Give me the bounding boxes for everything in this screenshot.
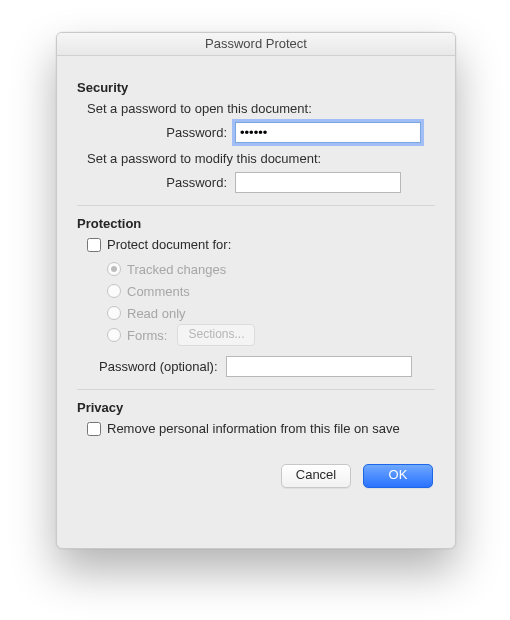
open-password-input[interactable] xyxy=(235,122,421,143)
protect-document-label: Protect document for: xyxy=(107,237,231,252)
divider xyxy=(77,389,435,390)
window-title: Password Protect xyxy=(57,33,455,56)
remove-pii-checkbox[interactable] xyxy=(87,422,101,436)
ok-button[interactable]: OK xyxy=(363,464,433,488)
protection-options: Tracked changes Comments Read only Forms… xyxy=(107,258,435,346)
tracked-changes-label: Tracked changes xyxy=(127,262,226,277)
open-password-instruction: Set a password to open this document: xyxy=(87,101,435,116)
dialog-content: Security Set a password to open this doc… xyxy=(57,56,455,502)
optional-password-label: Password (optional): xyxy=(99,359,218,374)
modify-password-instruction: Set a password to modify this document: xyxy=(87,151,435,166)
cancel-button[interactable]: Cancel xyxy=(281,464,351,488)
sections-button: Sections... xyxy=(177,324,255,346)
protection-heading: Protection xyxy=(77,216,435,231)
divider xyxy=(77,205,435,206)
comments-radio xyxy=(107,284,121,298)
forms-label: Forms: xyxy=(127,328,167,343)
read-only-radio xyxy=(107,306,121,320)
remove-pii-label: Remove personal information from this fi… xyxy=(107,421,400,436)
tracked-changes-radio xyxy=(107,262,121,276)
protect-document-checkbox[interactable] xyxy=(87,238,101,252)
modify-password-input[interactable] xyxy=(235,172,401,193)
forms-radio xyxy=(107,328,121,342)
privacy-heading: Privacy xyxy=(77,400,435,415)
optional-password-input[interactable] xyxy=(226,356,412,377)
read-only-label: Read only xyxy=(127,306,186,321)
password-protect-dialog: Password Protect Security Set a password… xyxy=(56,32,456,549)
comments-label: Comments xyxy=(127,284,190,299)
open-password-label: Password: xyxy=(77,125,235,140)
security-heading: Security xyxy=(77,80,435,95)
modify-password-label: Password: xyxy=(77,175,235,190)
